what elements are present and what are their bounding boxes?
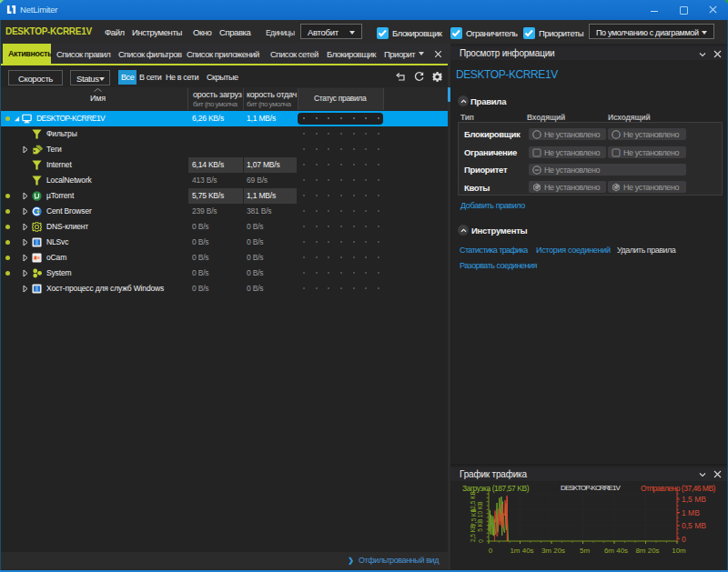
svg-text:5m: 5m	[580, 547, 590, 555]
svg-text:0,5 MB: 0,5 MB	[682, 521, 706, 530]
svg-text:1 MB: 1 MB	[682, 508, 700, 517]
svg-text:7,5 KB: 7,5 KB	[470, 508, 477, 527]
svg-text:0: 0	[489, 547, 493, 555]
svg-text:6m 40s: 6m 40s	[604, 547, 628, 555]
svg-text:10m: 10m	[672, 547, 686, 555]
svg-text:1m 40s: 1m 40s	[510, 547, 533, 555]
svg-text:1,5 MB: 1,5 MB	[682, 495, 706, 504]
svg-text:0: 0	[682, 535, 686, 544]
svg-text:10 KB: 10 KB	[478, 501, 484, 517]
svg-text:5 KB: 5 KB	[478, 519, 484, 532]
svg-text:0: 0	[478, 539, 484, 543]
svg-text:2,5 KB: 2,5 KB	[470, 525, 477, 543]
svg-text:8m 20s: 8m 20s	[635, 547, 659, 555]
svg-text:3m 20s: 3m 20s	[541, 547, 565, 555]
